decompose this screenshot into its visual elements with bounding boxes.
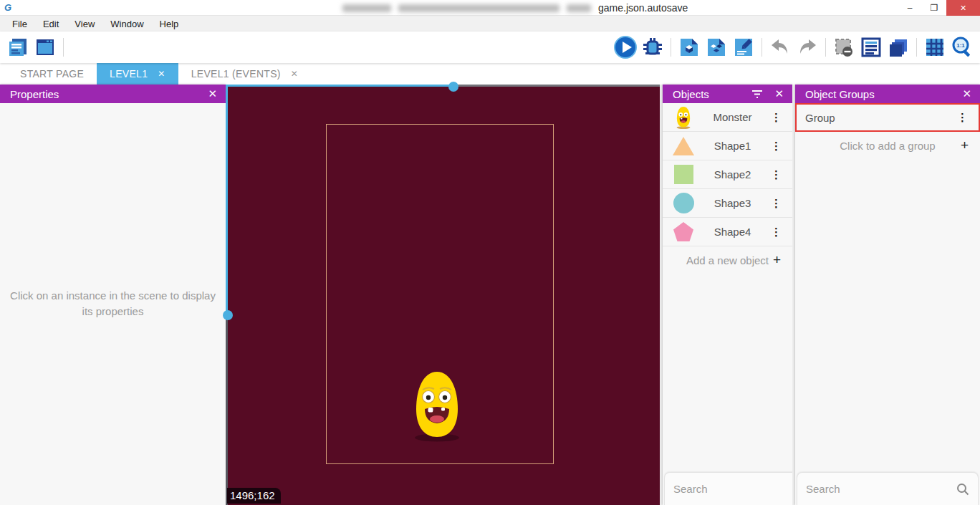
open-object-groups-button[interactable]: [703, 34, 730, 60]
restore-button[interactable]: ❐: [922, 0, 946, 16]
menu-edit[interactable]: Edit: [35, 19, 67, 29]
groups-search-area: [795, 472, 980, 505]
window-title-text: game.json.autosave: [598, 2, 688, 14]
tab-level1-events[interactable]: LEVEL1 (EVENTS) ✕: [178, 63, 311, 85]
pentagon-thumbnail-icon: [671, 220, 696, 244]
game-window-resize-handle-top[interactable]: [448, 82, 458, 92]
objects-close-icon[interactable]: ✕: [773, 87, 785, 100]
instances-list-icon: [860, 36, 883, 59]
redo-arrow-icon: [796, 36, 819, 59]
start-page-button[interactable]: [32, 34, 59, 60]
zoom-1-1-icon: 1:1: [950, 35, 974, 59]
properties-panel: Properties ✕ Click on an instance in the…: [0, 85, 226, 505]
svg-text:1:1: 1:1: [956, 42, 965, 49]
groups-search-input[interactable]: [806, 483, 956, 495]
tab-close-icon[interactable]: ✕: [291, 69, 298, 79]
object-row-monster[interactable]: Monster ⋮: [663, 103, 792, 132]
titlebar: G game.json.autosave – ❐ ✕: [0, 0, 980, 16]
game-window-border-top: [226, 85, 453, 87]
layers-icon: [887, 36, 910, 59]
group-row-group[interactable]: Group ⋮: [795, 103, 980, 132]
debugger-button[interactable]: [639, 34, 666, 60]
group-menu-button[interactable]: ⋮: [956, 111, 979, 124]
redacted-title-block: [342, 4, 391, 12]
properties-body: Click on an instance in the scene to dis…: [0, 103, 226, 505]
gdevelop-logo-icon: G: [0, 0, 16, 16]
project-manager-icon: [6, 36, 29, 59]
object-groups-title: Object Groups: [805, 88, 961, 100]
undo-button[interactable]: [767, 34, 794, 60]
layers-button[interactable]: [885, 34, 912, 60]
properties-close-icon[interactable]: ✕: [206, 87, 218, 100]
object-menu-button[interactable]: ⋮: [769, 197, 792, 210]
preview-button[interactable]: [612, 34, 639, 60]
minimize-button[interactable]: –: [898, 0, 922, 16]
cursor-coordinates: 1496;162: [227, 488, 281, 504]
object-groups-header: Object Groups ✕: [795, 85, 980, 103]
groups-search-box[interactable]: [797, 472, 979, 505]
object-name: Shape3: [696, 197, 769, 209]
monster-instance[interactable]: [410, 370, 463, 443]
objects-title: Objects: [673, 88, 751, 100]
menu-file[interactable]: File: [4, 19, 35, 29]
grid-icon: [923, 36, 946, 59]
filter-icon[interactable]: [751, 90, 763, 98]
add-object-row[interactable]: Add a new object +: [663, 246, 792, 274]
object-row-shape3[interactable]: Shape3 ⋮: [663, 189, 792, 218]
window-title: game.json.autosave: [342, 0, 688, 16]
edit-pencil-icon: [732, 36, 755, 59]
objects-panel-empty-space: [663, 274, 792, 472]
object-name: Shape4: [696, 226, 769, 238]
menu-help[interactable]: Help: [152, 19, 187, 29]
open-objects-editor-button[interactable]: [676, 34, 703, 60]
window-controls: – ❐ ✕: [898, 0, 980, 16]
object-groups-page-icon: [705, 36, 728, 59]
object-menu-button[interactable]: ⋮: [769, 140, 792, 153]
tab-label: LEVEL1 (EVENTS): [191, 68, 281, 80]
delete-selection-icon: [832, 36, 855, 59]
menu-window[interactable]: Window: [102, 19, 151, 29]
square-thumbnail-icon: [671, 163, 696, 187]
game-window-resize-handle-left[interactable]: [223, 310, 233, 320]
circle-thumbnail-icon: [671, 191, 696, 216]
objects-search-area: [663, 472, 792, 505]
search-icon: [956, 483, 969, 496]
redacted-title-block: [567, 4, 591, 12]
edit-scene-properties-button[interactable]: [730, 34, 757, 60]
toggle-grid-button[interactable]: [921, 34, 948, 60]
canvas-border-left: [226, 315, 228, 505]
undo-arrow-icon: [769, 36, 792, 59]
scene-canvas[interactable]: 1496;162: [226, 85, 660, 505]
redo-button[interactable]: [794, 34, 821, 60]
start-page-icon: [34, 36, 57, 59]
groups-panel-empty-space: [795, 159, 980, 472]
object-menu-button[interactable]: ⋮: [769, 111, 792, 124]
toolbar-separator: [762, 38, 762, 57]
redacted-title-block: [398, 4, 559, 12]
object-row-shape1[interactable]: Shape1 ⋮: [663, 132, 792, 160]
tab-start-page[interactable]: START PAGE: [7, 63, 97, 85]
plus-icon: +: [961, 138, 969, 153]
instances-list-button[interactable]: [858, 34, 885, 60]
object-row-shape4[interactable]: Shape4 ⋮: [663, 218, 792, 246]
triangle-thumbnail-icon: [671, 134, 696, 158]
main-area: Properties ✕ Click on an instance in the…: [0, 85, 980, 505]
add-group-row[interactable]: Click to add a group +: [795, 132, 980, 159]
object-name: Shape2: [696, 168, 769, 181]
plus-icon: +: [773, 252, 781, 268]
project-manager-button[interactable]: [4, 34, 32, 60]
object-menu-button[interactable]: ⋮: [769, 226, 792, 239]
toolbar-separator: [63, 38, 64, 57]
object-groups-close-icon[interactable]: ✕: [961, 87, 973, 100]
tab-close-icon[interactable]: ✕: [158, 69, 165, 79]
tab-label: LEVEL1: [110, 68, 148, 80]
play-icon: [613, 35, 638, 59]
object-row-shape2[interactable]: Shape2 ⋮: [663, 160, 792, 189]
tab-level1[interactable]: LEVEL1 ✕: [97, 63, 178, 85]
zoom-button[interactable]: 1:1: [948, 34, 976, 60]
properties-empty-message: Click on an instance in the scene to dis…: [6, 288, 221, 505]
menu-view[interactable]: View: [67, 19, 102, 29]
delete-selection-button[interactable]: [830, 34, 858, 60]
close-button[interactable]: ✕: [946, 0, 980, 16]
object-menu-button[interactable]: ⋮: [769, 168, 792, 181]
